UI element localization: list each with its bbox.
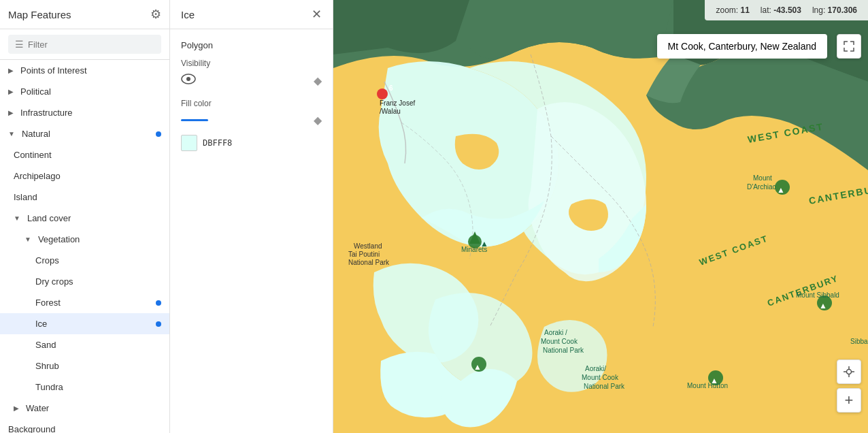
active-dot [156,321,161,327]
map-container[interactable]: zoom: 11 lat: -43.503 lng: 170.306 Mt Co… [333,0,868,433]
location-button[interactable] [837,359,861,384]
sidebar-item-label: Ice [35,319,47,329]
sidebar-item-label: Points of Interest [20,65,87,76]
zoom-label: zoom: 11 [716,5,749,15]
sidebar-item-label: Vegetation [38,234,80,244]
svg-text:/Walau: /Walau [380,108,401,115]
sidebar-item-label: Natural [22,129,50,139]
chevron-right-icon: ▶ [8,67,14,74]
sidebar-item-points-of-interest[interactable]: ▶ Points of Interest [0,60,169,81]
filter-icon: ☰ [15,39,24,50]
panel-title: Ice [181,9,195,20]
active-dot [156,300,161,306]
filter-text-input[interactable] [28,39,154,50]
diamond-icon[interactable]: ◆ [314,114,322,127]
mount-hutton-label: Mount Hutton [687,382,728,389]
sidebar-item-infrastructure[interactable]: ▶ Infrastructure [0,102,169,123]
lng-label: lng: 170.306 [812,5,857,15]
svg-point-8 [377,89,388,99]
aoraki-label1: Aoraki / [544,329,567,336]
chevron-right-icon: ▶ [8,88,14,95]
sidebar-header: Map Features ⚙ [0,0,169,29]
sidebar-title: Map Features [8,9,71,20]
chevron-down-icon: ▼ [24,236,31,243]
panel-header: Ice ✕ [170,0,333,29]
svg-text:▲: ▲ [480,239,488,248]
sidebar-item-ice[interactable]: Ice [0,313,169,334]
sidebar-item-label: Political [20,86,51,97]
panel-body: Polygon Visibility ◆ Fill color ◆ [170,29,333,162]
close-icon[interactable]: ✕ [312,7,322,22]
active-dot [156,131,161,137]
sidebar-item-label: Background [8,424,55,433]
diamond-icon[interactable]: ◆ [314,74,322,87]
filter-bar: ☰ [0,29,169,60]
svg-text:National Park: National Park [543,347,584,354]
sidebar-item-crops[interactable]: Crops [0,250,169,271]
sidebar-item-political[interactable]: ▶ Political [0,81,169,102]
gear-icon[interactable]: ⚙ [150,7,161,22]
franz-josef-label: Franz Josef [380,99,415,107]
svg-text:6: 6 [389,84,393,92]
sidebar-item-sand[interactable]: Sand [0,334,169,355]
svg-point-1 [186,77,190,81]
sidebar-item-water[interactable]: ▶ Water [0,398,169,419]
sidebar-item-land-cover[interactable]: ▼ Land cover [0,208,169,229]
svg-text:▲: ▲ [473,362,482,372]
sidebar-item-background[interactable]: Background [0,419,169,433]
svg-text:Mount Cook: Mount Cook [541,338,578,345]
svg-point-2 [847,370,852,374]
fill-color-bar [181,119,208,121]
chevron-down-icon: ▼ [14,214,20,222]
zoom-plus-button[interactable]: + [837,388,861,413]
chevron-down-icon: ▼ [8,130,15,138]
color-hex-label: DBFFF8 [203,138,232,148]
aoraki-label2: Aoraki/ [585,365,606,372]
sidebar-item-label: Shrub [35,361,59,371]
filter-input-wrapper: ☰ [8,35,161,54]
sidebar-item-label: Land cover [27,213,71,223]
sidebar-item-label: Sand [35,340,56,350]
sidebar-item-label: Tundra [35,382,63,392]
map-topbar: zoom: 11 lat: -43.503 lng: 170.306 [705,0,868,20]
sidebar-item-label: Water [26,403,49,413]
sidebar-item-label: Continent [14,150,52,160]
sidebar-item-label: Dry crops [35,276,73,287]
svg-text:Mount Cook: Mount Cook [582,374,619,381]
sidebar-item-natural[interactable]: ▼ Natural [0,123,169,144]
sidebar-item-forest[interactable]: Forest [0,292,169,313]
svg-text:▲: ▲ [777,185,785,195]
sidebar-item-label: Island [14,192,37,202]
chevron-right-icon: ▶ [14,404,19,412]
westland-label: Westland [354,242,382,250]
sidebar: Map Features ⚙ ☰ ▶ Points of Interest ▶ … [0,0,170,433]
color-swatch-row[interactable]: DBFFF8 [181,135,322,151]
plus-icon: + [845,391,854,409]
mount-sibbald-label: Mount Sibbald [796,291,839,299]
eye-icon[interactable] [181,74,196,88]
sidebar-item-vegetation[interactable]: ▼ Vegetation [0,229,169,250]
sidebar-item-archipelago[interactable]: Archipelago [0,165,169,187]
fullscreen-button[interactable] [837,34,861,59]
polygon-label: Polygon [181,40,322,50]
svg-text:Tai Poutini: Tai Poutini [348,251,380,258]
visibility-row: ◆ [181,74,322,88]
lat-label: lat: -43.503 [761,5,801,15]
svg-text:▲: ▲ [710,376,718,385]
svg-text:D'Archiac: D'Archiac [747,183,775,191]
sibbald-label: Sibbald [850,338,868,345]
chevron-right-icon: ▶ [8,109,14,116]
svg-text:National Park: National Park [348,259,390,266]
fill-color-row: ◆ [181,114,322,127]
sidebar-item-tundra[interactable]: Tundra [0,376,169,398]
color-swatch[interactable] [181,135,197,151]
svg-text:▲: ▲ [819,301,827,310]
detail-panel: Ice ✕ Polygon Visibility ◆ Fill color ◆ [170,0,333,433]
sidebar-item-island[interactable]: Island [0,187,169,208]
sidebar-item-continent[interactable]: Continent [0,144,169,165]
sidebar-item-label: Archipelago [14,171,61,181]
sidebar-item-dry-crops[interactable]: Dry crops [0,271,169,292]
sidebar-item-label: Forest [35,298,61,308]
sidebar-item-shrub[interactable]: Shrub [0,355,169,376]
mount-darchiac-label: Mount [753,174,772,182]
